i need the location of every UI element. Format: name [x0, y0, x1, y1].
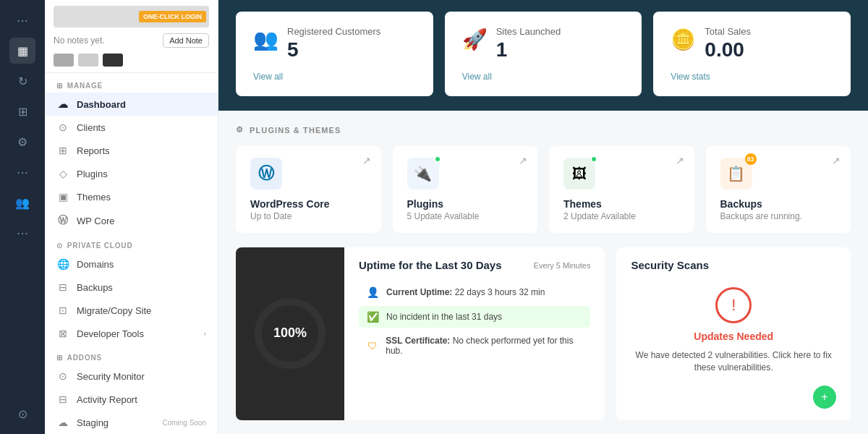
manage-icon: ⊞ — [56, 82, 63, 90]
wordpress-core-card[interactable]: ↗ Ⓦ WordPress Core Up to Date — [236, 146, 381, 233]
sidebar-item-dashboard[interactable]: ☁ Dashboard — [45, 93, 218, 116]
uptime-ssl-text: SSL Certificate: No check performed yet … — [386, 336, 583, 356]
more2-icon[interactable]: ⋯ — [9, 220, 35, 246]
arrow-icon[interactable]: ↗ — [832, 155, 841, 166]
wordpress-icon: Ⓦ — [258, 163, 274, 184]
migrate-icon: ⊡ — [56, 305, 69, 316]
uptime-card: 100% Uptime for the Last 30 Days Every 5… — [236, 247, 605, 420]
more-icon[interactable]: ⋯ — [9, 159, 35, 185]
sales-label: Total Sales — [705, 26, 833, 37]
backups-card-name: Backups — [720, 198, 837, 210]
themes-icon-wrap: 🖼 — [563, 158, 595, 190]
sidebar-item-label: Themes — [77, 192, 111, 203]
icon-bar: ⋯ ▦ ↻ ⊞ ⚙ ⋯ 👥 ⋯ ⊙ — [0, 0, 45, 434]
sidebar-item-developer-tools[interactable]: ⊠ Developer Tools › — [45, 322, 218, 345]
sidebar-item-backups[interactable]: ⊟ Backups — [45, 276, 218, 299]
uptime-circle-area: 100% — [236, 247, 344, 420]
backups-icon: ⊟ — [56, 281, 69, 293]
uptime-row-ssl: 🛡 SSL Certificate: No check performed ye… — [359, 331, 590, 361]
warning-icon: ! — [715, 287, 752, 323]
wp-core-sub: Up to Date — [250, 211, 367, 221]
group-nav-icon[interactable]: 👥 — [9, 190, 35, 216]
arrow-icon[interactable]: ↗ — [676, 155, 684, 166]
add-note-button[interactable]: Add Note — [163, 33, 209, 48]
grid-icon[interactable]: ⋯ — [9, 7, 35, 33]
settings-nav-icon[interactable]: ⚙ — [9, 129, 35, 155]
reports-icon: ⊞ — [56, 145, 69, 156]
uptime-person-icon: 👤 — [366, 286, 379, 298]
registered-customers-card: 👥 Registered Customers 5 View all — [236, 12, 433, 96]
sales-view-stats-link[interactable]: View stats — [671, 72, 833, 82]
main-content: 👥 Registered Customers 5 View all 🚀 Site… — [218, 0, 868, 434]
themes-card[interactable]: ↗ 🖼 Themes 2 Update Available — [549, 146, 694, 233]
sidebar-item-plugins[interactable]: ◇ Plugins — [45, 162, 218, 185]
security-title: Security Scans — [631, 259, 836, 271]
sidebar-item-migrate[interactable]: ⊡ Migrate/Copy Site — [45, 299, 218, 322]
domains-icon: 🌐 — [56, 258, 69, 270]
plugins-themes-section: ⚙ PLUGINS & THEMES ↗ Ⓦ WordPress Core Up… — [218, 111, 868, 247]
plugins-card-name: Plugins — [407, 198, 524, 210]
sidebar-item-clients[interactable]: ⊙ Clients — [45, 116, 218, 139]
backups-card[interactable]: ↗ 📋 83 Backups Backups are running. — [706, 146, 851, 233]
one-click-login-badge[interactable]: ONE-CLICK LOGIN — [139, 11, 206, 22]
sidebar-item-staging[interactable]: ☁ Staging Coming Soon — [45, 411, 218, 434]
customers-label: Registered Customers — [287, 26, 416, 37]
uptime-row-current: 👤 Current Uptime: 22 days 3 hours 32 min — [359, 281, 590, 303]
customers-view-all-link[interactable]: View all — [253, 72, 416, 82]
sidebar-item-reports[interactable]: ⊞ Reports — [45, 139, 218, 162]
sidebar-item-label: Activity Report — [77, 394, 137, 405]
refresh-icon[interactable]: ↻ — [9, 68, 35, 94]
sales-value: 0.00 — [705, 40, 833, 60]
themes-card-sub: 2 Update Available — [563, 211, 680, 221]
uptime-check-icon: ✅ — [366, 311, 379, 323]
private-cloud-section-label: ⊙ PRIVATE CLOUD — [45, 233, 218, 252]
total-sales-card: 🪙 Total Sales 0.00 View stats — [653, 12, 851, 96]
sites-icon: 🚀 — [462, 27, 488, 51]
private-cloud-icon: ⊙ — [56, 242, 63, 250]
sites-label: Sites Launched — [496, 26, 625, 37]
customers-icon: 👥 — [253, 27, 278, 51]
sidebar-item-domains[interactable]: 🌐 Domains — [45, 252, 218, 276]
sidebar-item-wpcore[interactable]: Ⓦ WP Core — [45, 208, 218, 233]
themes-card-name: Themes — [563, 198, 680, 210]
sidebar-item-label: Developer Tools — [77, 328, 144, 339]
table-nav-icon[interactable]: ⊞ — [9, 98, 35, 124]
backups-card-icon: 📋 — [727, 165, 745, 182]
sales-icon: 🪙 — [671, 27, 696, 51]
clients-icon: ⊙ — [56, 122, 69, 133]
security-fix-button[interactable]: + — [813, 386, 836, 409]
coming-soon-badge: Coming Soon — [162, 419, 206, 427]
svg-text:100%: 100% — [273, 326, 307, 340]
sidebar-item-label: Backups — [77, 282, 113, 293]
sidebar-item-activity-report[interactable]: ⊟ Activity Report — [45, 388, 218, 411]
sidebar-item-security-monitor[interactable]: ⊙ Security Monitor — [45, 365, 218, 388]
themes-icon: ▣ — [56, 191, 69, 203]
arrow-icon[interactable]: ↗ — [362, 155, 371, 166]
plugins-icon: ◇ — [56, 168, 69, 179]
backups-card-sub: Backups are running. — [720, 211, 837, 221]
circle-nav-icon[interactable]: ⊙ — [9, 401, 35, 427]
sites-launched-card: 🚀 Sites Launched 1 View all — [445, 12, 642, 96]
security-center: ! Updates Needed We have detected 2 vuln… — [631, 280, 836, 409]
sidebar: ONE-CLICK LOGIN No notes yet. Add Note ⊞… — [45, 0, 218, 434]
wpcore-icon: Ⓦ — [56, 214, 69, 227]
arrow-icon[interactable]: ↗ — [519, 155, 527, 166]
wp-core-icon-wrap: Ⓦ — [250, 158, 282, 190]
color-swatch-1 — [54, 54, 74, 67]
dashboard-icon: ☁ — [56, 98, 69, 110]
sidebar-item-label: Staging — [77, 417, 109, 428]
uptime-incident-text: No incident in the last 31 days — [386, 312, 502, 322]
sidebar-item-themes[interactable]: ▣ Themes — [45, 185, 218, 208]
plugins-card-icon: 🔌 — [414, 165, 432, 182]
plugins-card[interactable]: ↗ 🔌 Plugins 5 Update Available — [393, 146, 538, 233]
sidebar-item-label: Domains — [77, 259, 114, 270]
dashboard-nav-icon[interactable]: ▦ — [9, 38, 35, 64]
chevron-right-icon: › — [203, 329, 206, 338]
sidebar-top: ONE-CLICK LOGIN No notes yet. Add Note — [45, 0, 218, 73]
addons-icon: ⊞ — [56, 354, 63, 362]
uptime-shield-icon: 🛡 — [366, 340, 378, 352]
sites-view-all-link[interactable]: View all — [462, 72, 625, 82]
themes-status-dot — [590, 156, 597, 163]
gear-icon: ⚙ — [236, 125, 244, 135]
backups-icon-wrap: 📋 83 — [720, 158, 752, 190]
